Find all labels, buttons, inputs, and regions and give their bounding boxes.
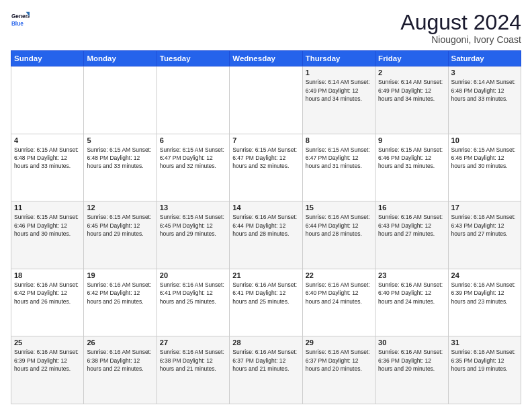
day-cell: 31Sunrise: 6:16 AM Sunset: 6:35 PM Dayli… <box>448 336 521 404</box>
day-cell <box>11 66 84 134</box>
day-cell: 12Sunrise: 6:15 AM Sunset: 6:45 PM Dayli… <box>84 201 157 269</box>
day-number: 15 <box>306 203 372 212</box>
day-number: 8 <box>306 136 372 144</box>
day-cell: 10Sunrise: 6:15 AM Sunset: 6:46 PM Dayli… <box>448 134 521 201</box>
day-cell: 5Sunrise: 6:15 AM Sunset: 6:48 PM Daylig… <box>84 134 157 201</box>
calendar-header-row: SundayMondayTuesdayWednesdayThursdayFrid… <box>11 51 521 66</box>
day-info: Sunrise: 6:14 AM Sunset: 6:48 PM Dayligh… <box>451 78 518 103</box>
location: Niougoni, Ivory Coast <box>400 34 521 45</box>
day-info: Sunrise: 6:16 AM Sunset: 6:37 PM Dayligh… <box>232 348 299 373</box>
day-number: 6 <box>160 136 226 144</box>
day-cell: 8Sunrise: 6:15 AM Sunset: 6:47 PM Daylig… <box>302 134 375 201</box>
week-row-1: 1Sunrise: 6:14 AM Sunset: 6:49 PM Daylig… <box>11 66 521 134</box>
day-cell: 20Sunrise: 6:16 AM Sunset: 6:41 PM Dayli… <box>157 269 229 336</box>
day-info: Sunrise: 6:16 AM Sunset: 6:38 PM Dayligh… <box>87 348 153 373</box>
day-info: Sunrise: 6:15 AM Sunset: 6:47 PM Dayligh… <box>232 146 299 171</box>
day-cell: 24Sunrise: 6:16 AM Sunset: 6:39 PM Dayli… <box>448 269 521 336</box>
day-number: 20 <box>160 271 226 279</box>
column-header-tuesday: Tuesday <box>157 51 229 66</box>
logo-icon: General Blue <box>11 11 30 30</box>
day-number: 29 <box>306 338 372 347</box>
header: General Blue August 2024 Niougoni, Ivory… <box>11 11 521 45</box>
day-cell <box>84 66 157 134</box>
svg-text:Blue: Blue <box>11 20 24 27</box>
day-cell: 30Sunrise: 6:16 AM Sunset: 6:36 PM Dayli… <box>375 336 448 404</box>
title-block: August 2024 Niougoni, Ivory Coast <box>400 11 521 45</box>
day-number: 27 <box>160 338 226 347</box>
day-info: Sunrise: 6:16 AM Sunset: 6:41 PM Dayligh… <box>232 281 299 306</box>
day-info: Sunrise: 6:16 AM Sunset: 6:40 PM Dayligh… <box>306 281 372 306</box>
day-info: Sunrise: 6:16 AM Sunset: 6:42 PM Dayligh… <box>87 281 153 306</box>
day-number: 11 <box>14 203 81 212</box>
day-number: 13 <box>160 203 226 212</box>
day-number: 28 <box>232 338 299 347</box>
day-cell: 26Sunrise: 6:16 AM Sunset: 6:38 PM Dayli… <box>84 336 157 404</box>
day-number: 2 <box>378 68 445 77</box>
day-cell: 13Sunrise: 6:15 AM Sunset: 6:45 PM Dayli… <box>157 201 229 269</box>
day-cell <box>230 66 302 134</box>
column-header-thursday: Thursday <box>302 51 375 66</box>
day-info: Sunrise: 6:16 AM Sunset: 6:35 PM Dayligh… <box>451 348 518 373</box>
day-info: Sunrise: 6:16 AM Sunset: 6:44 PM Dayligh… <box>306 213 372 238</box>
day-info: Sunrise: 6:15 AM Sunset: 6:45 PM Dayligh… <box>87 213 153 238</box>
column-header-saturday: Saturday <box>448 51 521 66</box>
day-info: Sunrise: 6:15 AM Sunset: 6:46 PM Dayligh… <box>378 146 445 171</box>
day-cell: 6Sunrise: 6:15 AM Sunset: 6:47 PM Daylig… <box>157 134 229 201</box>
day-number: 30 <box>378 338 445 347</box>
day-cell: 15Sunrise: 6:16 AM Sunset: 6:44 PM Dayli… <box>302 201 375 269</box>
day-number: 19 <box>87 271 153 279</box>
day-info: Sunrise: 6:15 AM Sunset: 6:46 PM Dayligh… <box>451 146 518 171</box>
day-cell: 27Sunrise: 6:16 AM Sunset: 6:38 PM Dayli… <box>157 336 229 404</box>
day-cell: 22Sunrise: 6:16 AM Sunset: 6:40 PM Dayli… <box>302 269 375 336</box>
day-cell <box>157 66 229 134</box>
day-cell: 16Sunrise: 6:16 AM Sunset: 6:43 PM Dayli… <box>375 201 448 269</box>
day-number: 12 <box>87 203 153 212</box>
day-info: Sunrise: 6:14 AM Sunset: 6:49 PM Dayligh… <box>306 78 372 103</box>
day-cell: 18Sunrise: 6:16 AM Sunset: 6:42 PM Dayli… <box>11 269 84 336</box>
day-info: Sunrise: 6:16 AM Sunset: 6:38 PM Dayligh… <box>160 348 226 373</box>
column-header-friday: Friday <box>375 51 448 66</box>
day-number: 24 <box>451 271 518 279</box>
day-number: 17 <box>451 203 518 212</box>
day-number: 25 <box>14 338 81 347</box>
day-number: 31 <box>451 338 518 347</box>
week-row-3: 11Sunrise: 6:15 AM Sunset: 6:46 PM Dayli… <box>11 201 521 269</box>
day-cell: 23Sunrise: 6:16 AM Sunset: 6:40 PM Dayli… <box>375 269 448 336</box>
day-cell: 7Sunrise: 6:15 AM Sunset: 6:47 PM Daylig… <box>230 134 302 201</box>
day-number: 7 <box>232 136 299 144</box>
day-number: 3 <box>451 68 518 77</box>
day-cell: 11Sunrise: 6:15 AM Sunset: 6:46 PM Dayli… <box>11 201 84 269</box>
day-info: Sunrise: 6:15 AM Sunset: 6:48 PM Dayligh… <box>14 146 81 171</box>
day-info: Sunrise: 6:16 AM Sunset: 6:37 PM Dayligh… <box>306 348 372 373</box>
column-header-monday: Monday <box>84 51 157 66</box>
logo: General Blue <box>11 11 30 30</box>
day-number: 21 <box>232 271 299 279</box>
day-number: 9 <box>378 136 445 144</box>
day-cell: 29Sunrise: 6:16 AM Sunset: 6:37 PM Dayli… <box>302 336 375 404</box>
day-info: Sunrise: 6:14 AM Sunset: 6:49 PM Dayligh… <box>378 78 445 103</box>
day-cell: 25Sunrise: 6:16 AM Sunset: 6:39 PM Dayli… <box>11 336 84 404</box>
day-cell: 2Sunrise: 6:14 AM Sunset: 6:49 PM Daylig… <box>375 66 448 134</box>
day-number: 18 <box>14 271 81 279</box>
day-info: Sunrise: 6:15 AM Sunset: 6:48 PM Dayligh… <box>87 146 153 171</box>
day-number: 4 <box>14 136 81 144</box>
page: General Blue August 2024 Niougoni, Ivory… <box>0 0 532 411</box>
day-cell: 1Sunrise: 6:14 AM Sunset: 6:49 PM Daylig… <box>302 66 375 134</box>
day-cell: 17Sunrise: 6:16 AM Sunset: 6:43 PM Dayli… <box>448 201 521 269</box>
week-row-2: 4Sunrise: 6:15 AM Sunset: 6:48 PM Daylig… <box>11 134 521 201</box>
day-info: Sunrise: 6:16 AM Sunset: 6:44 PM Dayligh… <box>232 213 299 238</box>
day-info: Sunrise: 6:15 AM Sunset: 6:47 PM Dayligh… <box>306 146 372 171</box>
day-cell: 28Sunrise: 6:16 AM Sunset: 6:37 PM Dayli… <box>230 336 302 404</box>
week-row-5: 25Sunrise: 6:16 AM Sunset: 6:39 PM Dayli… <box>11 336 521 404</box>
day-cell: 19Sunrise: 6:16 AM Sunset: 6:42 PM Dayli… <box>84 269 157 336</box>
month-title: August 2024 <box>400 11 521 34</box>
day-info: Sunrise: 6:16 AM Sunset: 6:40 PM Dayligh… <box>378 281 445 306</box>
column-header-wednesday: Wednesday <box>230 51 302 66</box>
day-cell: 4Sunrise: 6:15 AM Sunset: 6:48 PM Daylig… <box>11 134 84 201</box>
day-number: 22 <box>306 271 372 279</box>
day-number: 16 <box>378 203 445 212</box>
column-header-sunday: Sunday <box>11 51 84 66</box>
day-info: Sunrise: 6:16 AM Sunset: 6:39 PM Dayligh… <box>14 348 81 373</box>
day-cell: 21Sunrise: 6:16 AM Sunset: 6:41 PM Dayli… <box>230 269 302 336</box>
day-info: Sunrise: 6:15 AM Sunset: 6:45 PM Dayligh… <box>160 213 226 238</box>
